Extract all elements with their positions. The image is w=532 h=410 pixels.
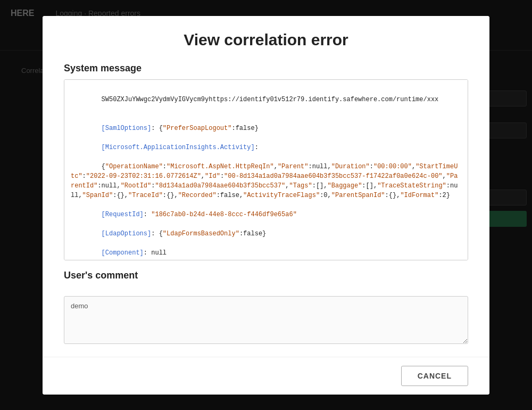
modal-title-bar: View correlation error bbox=[43, 16, 489, 58]
modal-overlay: View correlation error System message SW… bbox=[0, 0, 532, 410]
system-message-label: System message bbox=[64, 63, 468, 74]
modal-footer: CANCEL bbox=[43, 357, 489, 395]
modal-body: System message SW50ZXJuYWwgc2VydmVyIGVyc… bbox=[43, 58, 489, 357]
user-comment-label: User's comment bbox=[64, 270, 468, 281]
system-message-content[interactable]: SW50ZXJuYWwgc2VydmVyIGVycm9yhttps://iden… bbox=[64, 79, 468, 260]
cancel-button[interactable]: CANCEL bbox=[401, 366, 468, 386]
modal-dialog: View correlation error System message SW… bbox=[43, 16, 489, 395]
user-comment-input[interactable] bbox=[64, 296, 468, 344]
modal-title: View correlation error bbox=[64, 31, 468, 49]
